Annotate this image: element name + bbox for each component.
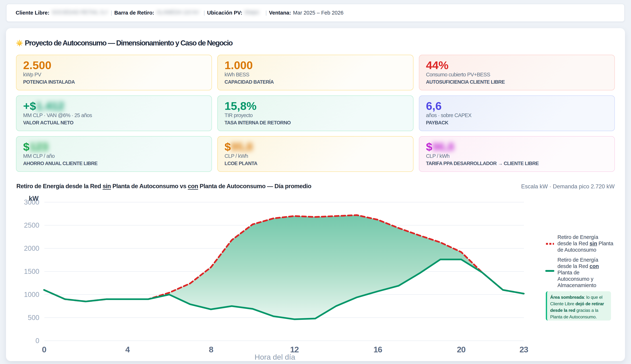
svg-text:0: 0: [36, 337, 39, 344]
svg-text:1500: 1500: [24, 268, 39, 275]
svg-text:2500: 2500: [24, 222, 39, 229]
svg-text:23: 23: [519, 345, 528, 354]
svg-text:20: 20: [457, 345, 466, 354]
svg-text:Hora del día: Hora del día: [255, 353, 295, 361]
svg-text:2000: 2000: [24, 244, 39, 252]
svg-text:16: 16: [373, 345, 382, 354]
svg-text:8: 8: [209, 345, 213, 354]
svg-text:kW: kW: [29, 195, 39, 202]
svg-text:4: 4: [125, 345, 130, 354]
svg-text:500: 500: [28, 314, 39, 322]
svg-text:0: 0: [42, 345, 46, 354]
svg-text:1000: 1000: [24, 291, 39, 298]
